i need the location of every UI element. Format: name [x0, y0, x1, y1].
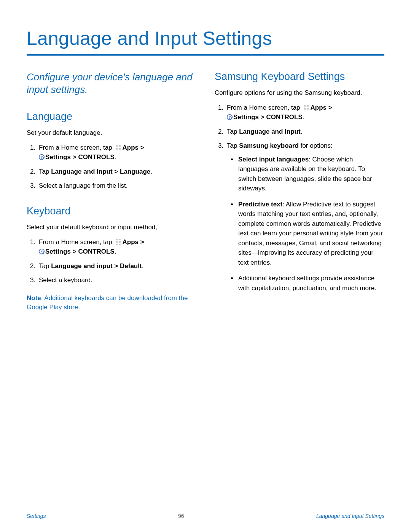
- step-text: From a Home screen, tap: [39, 144, 114, 151]
- period: .: [115, 248, 116, 255]
- period: .: [142, 262, 144, 270]
- bullet-predictive-text: Predictive text: Allow Predictive text t…: [237, 200, 384, 268]
- apps-label: Apps: [310, 104, 327, 111]
- page-footer: Settings 96 Language and Input Settings: [27, 513, 384, 519]
- samsung-step-2: Tap Language and input.: [225, 127, 384, 137]
- gt: >: [327, 104, 332, 111]
- content-columns: Configure your device's language and inp…: [27, 71, 384, 312]
- heading-samsung-keyboard: Samsung Keyboard Settings: [215, 71, 384, 83]
- bullet-rest: : Allow Predictive text to suggest words…: [238, 201, 383, 266]
- bullet-label: Select input languages: [238, 156, 309, 163]
- keyboard-step-3: Select a keyboard.: [37, 275, 196, 285]
- step-bold: Language and input > Language: [51, 168, 150, 175]
- step-text: From a Home screen, tap: [39, 238, 114, 246]
- settings-label: Settings: [233, 113, 259, 121]
- samsung-step-3: Tap Samsung keyboard for options: Select…: [225, 141, 384, 293]
- step-bold: Language and input: [239, 128, 301, 135]
- controls-label: > CONTROLS: [259, 113, 303, 121]
- left-column: Configure your device's language and inp…: [27, 71, 196, 312]
- language-step-1: From a Home screen, tap Apps > Settings …: [37, 143, 196, 162]
- heading-keyboard: Keyboard: [27, 205, 196, 217]
- keyboard-note: Note: Additional keyboards can be downlo…: [27, 294, 196, 312]
- settings-icon: [39, 249, 45, 254]
- language-step-3: Select a language from the list.: [37, 181, 196, 191]
- keyboard-step-2: Tap Language and input > Default.: [37, 261, 196, 271]
- step-bold: Language and input > Default: [51, 262, 142, 270]
- settings-icon: [227, 114, 233, 120]
- settings-label: Settings: [45, 248, 71, 255]
- samsung-steps: From a Home screen, tap Apps > Settings …: [215, 103, 384, 293]
- samsung-step-1: From a Home screen, tap Apps > Settings …: [225, 103, 384, 122]
- intro-text: Configure your device's language and inp…: [27, 71, 196, 96]
- apps-icon: [303, 104, 309, 110]
- controls-label: > CONTROLS: [71, 248, 115, 255]
- period: .: [301, 128, 303, 135]
- step-bold: Samsung keyboard: [239, 142, 299, 149]
- page-title: Language and Input Settings: [27, 27, 384, 50]
- title-divider: [27, 54, 384, 56]
- settings-icon: [39, 154, 45, 160]
- step-text: Tap: [227, 142, 239, 149]
- step-text: Tap: [39, 168, 51, 175]
- samsung-desc: Configure options for using the Samsung …: [215, 89, 384, 97]
- right-column: Samsung Keyboard Settings Configure opti…: [215, 71, 384, 312]
- footer-right: Language and Input Settings: [316, 513, 384, 519]
- apps-icon: [115, 144, 121, 150]
- bullet-additional: Additional keyboard settings provide ass…: [237, 273, 384, 293]
- footer-page-number: 96: [178, 513, 184, 519]
- language-desc: Set your default language.: [27, 129, 196, 137]
- bullet-label: Predictive text: [238, 201, 282, 208]
- gt: >: [139, 238, 144, 246]
- step-text: Tap: [39, 262, 51, 270]
- controls-label: > CONTROLS: [71, 153, 115, 161]
- apps-label: Apps: [122, 144, 139, 151]
- period: .: [115, 153, 116, 161]
- step-post: for options:: [299, 142, 333, 149]
- period: .: [150, 168, 152, 175]
- heading-language: Language: [27, 111, 196, 123]
- language-step-2: Tap Language and input > Language.: [37, 167, 196, 177]
- keyboard-step-1: From a Home screen, tap Apps > Settings …: [37, 237, 196, 257]
- period: .: [303, 113, 304, 121]
- keyboard-desc: Select your default keyboard or input me…: [27, 223, 196, 232]
- settings-label: Settings: [45, 153, 71, 161]
- gt: >: [139, 144, 144, 151]
- footer-left: Settings: [27, 513, 46, 519]
- keyboard-steps: From a Home screen, tap Apps > Settings …: [27, 237, 196, 285]
- bullet-select-languages: Select input languages: Choose which lan…: [237, 155, 384, 193]
- step-text: From a Home screen, tap: [227, 104, 302, 111]
- note-label: Note: [27, 294, 41, 302]
- language-steps: From a Home screen, tap Apps > Settings …: [27, 143, 196, 191]
- apps-label: Apps: [122, 238, 139, 246]
- note-rest: : Additional keyboards can be downloaded…: [27, 294, 188, 311]
- apps-icon: [115, 239, 121, 245]
- step-text: Tap: [227, 128, 239, 135]
- samsung-bullets: Select input languages: Choose which lan…: [227, 155, 384, 293]
